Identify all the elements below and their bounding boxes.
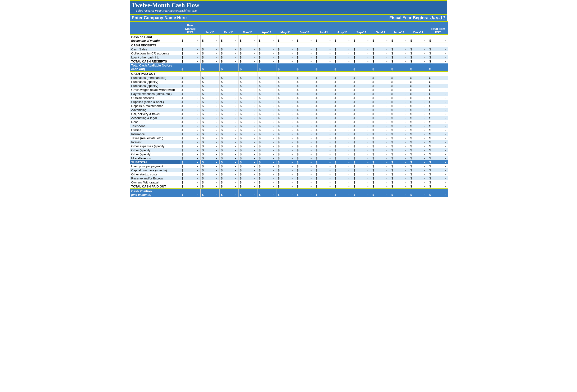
value-cell[interactable]: $- (428, 172, 448, 176)
value-cell[interactable]: $- (371, 51, 390, 55)
value-cell[interactable]: $- (390, 116, 409, 120)
value-cell[interactable]: $- (352, 168, 371, 172)
value-cell[interactable]: $- (200, 104, 219, 108)
value-cell[interactable]: $- (371, 108, 390, 112)
value-cell[interactable]: $- (257, 47, 276, 51)
value-cell[interactable]: $- (390, 108, 409, 112)
value-cell[interactable]: $- (200, 64, 219, 71)
value-cell[interactable]: $- (257, 100, 276, 104)
value-cell[interactable]: $- (352, 189, 371, 197)
value-cell[interactable]: $- (295, 55, 314, 59)
value-cell[interactable]: $- (219, 156, 238, 160)
value-cell[interactable]: $- (276, 189, 295, 197)
value-cell[interactable]: $- (295, 140, 314, 144)
value-cell[interactable]: $- (352, 80, 371, 84)
value-cell[interactable]: $- (390, 80, 409, 84)
value-cell[interactable]: $- (219, 100, 238, 104)
value-cell[interactable]: $- (180, 104, 200, 108)
value-cell[interactable]: $- (371, 152, 390, 156)
value-cell[interactable]: $- (333, 124, 352, 128)
value-cell[interactable]: $- (238, 84, 257, 88)
value-cell[interactable]: $- (200, 120, 219, 124)
value-cell[interactable]: $- (314, 176, 333, 180)
value-cell[interactable]: $- (409, 84, 428, 88)
value-cell[interactable]: $- (200, 112, 219, 116)
value-cell[interactable]: $- (371, 35, 390, 43)
value-cell[interactable]: $- (333, 120, 352, 124)
value-cell[interactable]: $- (180, 152, 200, 156)
value-cell[interactable]: $- (276, 176, 295, 180)
value-cell[interactable]: $- (314, 100, 333, 104)
value-cell[interactable]: $- (428, 108, 448, 112)
value-cell[interactable]: $- (219, 184, 238, 189)
value-cell[interactable]: $- (180, 124, 200, 128)
value-cell[interactable]: $- (314, 47, 333, 51)
value-cell[interactable]: $- (276, 140, 295, 144)
value-cell[interactable]: $- (238, 168, 257, 172)
value-cell[interactable]: $- (428, 104, 448, 108)
value-cell[interactable]: $- (428, 156, 448, 160)
value-cell[interactable]: $- (352, 132, 371, 136)
value-cell[interactable]: $- (180, 116, 200, 120)
value-cell[interactable]: $- (219, 120, 238, 124)
value-cell[interactable]: $- (257, 120, 276, 124)
value-cell[interactable]: $- (428, 176, 448, 180)
value-cell[interactable]: $- (238, 184, 257, 189)
value-cell[interactable]: $- (352, 104, 371, 108)
value-cell[interactable]: $- (428, 132, 448, 136)
value-cell[interactable]: $- (295, 156, 314, 160)
value-cell[interactable]: $- (276, 88, 295, 92)
value-cell[interactable]: $- (257, 164, 276, 168)
value-cell[interactable]: $- (409, 51, 428, 55)
value-cell[interactable]: $- (314, 148, 333, 152)
value-cell[interactable]: $- (390, 92, 409, 96)
value-cell[interactable]: $- (295, 35, 314, 43)
value-cell[interactable]: $- (257, 104, 276, 108)
value-cell[interactable]: $- (428, 144, 448, 148)
value-cell[interactable]: $- (180, 51, 200, 55)
value-cell[interactable]: $- (409, 144, 428, 148)
value-cell[interactable]: $- (333, 148, 352, 152)
value-cell[interactable]: $- (200, 88, 219, 92)
value-cell[interactable]: $- (295, 124, 314, 128)
value-cell[interactable]: $- (238, 59, 257, 64)
value-cell[interactable]: $- (333, 128, 352, 132)
value-cell[interactable]: $- (333, 164, 352, 168)
value-cell[interactable]: $- (371, 176, 390, 180)
value-cell[interactable]: $- (180, 120, 200, 124)
value-cell[interactable]: $- (409, 108, 428, 112)
value-cell[interactable]: $- (428, 92, 448, 96)
value-cell[interactable]: $- (352, 140, 371, 144)
value-cell[interactable]: $- (257, 116, 276, 120)
value-cell[interactable]: $- (352, 136, 371, 140)
value-cell[interactable]: $- (276, 100, 295, 104)
value-cell[interactable]: $- (200, 144, 219, 148)
value-cell[interactable]: $- (390, 124, 409, 128)
value-cell[interactable]: $- (428, 168, 448, 172)
value-cell[interactable]: $- (333, 64, 352, 71)
value-cell[interactable]: $- (333, 55, 352, 59)
value-cell[interactable]: $- (371, 164, 390, 168)
value-cell[interactable]: $- (180, 88, 200, 92)
value-cell[interactable]: $- (295, 51, 314, 55)
value-cell[interactable]: $- (333, 176, 352, 180)
value-cell[interactable]: $- (409, 88, 428, 92)
value-cell[interactable]: $- (352, 108, 371, 112)
value-cell[interactable]: $- (276, 160, 295, 164)
value-cell[interactable]: $- (333, 100, 352, 104)
value-cell[interactable]: $- (257, 80, 276, 84)
value-cell[interactable]: $- (238, 96, 257, 100)
value-cell[interactable]: $- (295, 144, 314, 148)
value-cell[interactable]: $- (238, 128, 257, 132)
value-cell[interactable]: $- (257, 132, 276, 136)
value-cell[interactable]: $- (390, 35, 409, 43)
value-cell[interactable]: $- (257, 84, 276, 88)
value-cell[interactable]: $- (200, 51, 219, 55)
value-cell[interactable]: $- (238, 76, 257, 80)
value-cell[interactable]: $- (314, 144, 333, 148)
value-cell[interactable]: $- (333, 116, 352, 120)
value-cell[interactable]: $- (352, 180, 371, 184)
value-cell[interactable]: $- (238, 124, 257, 128)
value-cell[interactable]: $- (238, 160, 257, 164)
value-cell[interactable]: $- (428, 112, 448, 116)
